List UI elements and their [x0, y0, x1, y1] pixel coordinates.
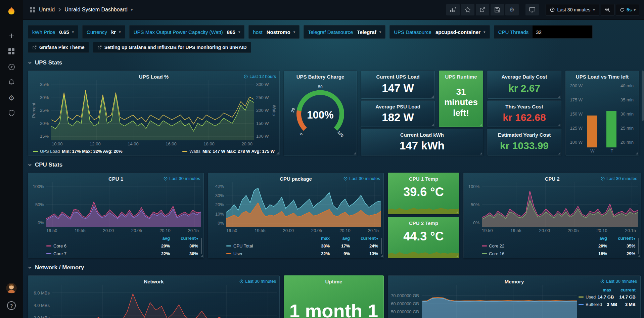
legend-sort-avg[interactable]: avg	[146, 236, 170, 241]
legend-scrollbar[interactable]	[201, 238, 202, 254]
legend-sort-current[interactable]: current	[611, 287, 636, 292]
panel-title[interactable]: UPS Load vs Time left	[576, 74, 629, 80]
series-name[interactable]: Used	[586, 294, 596, 300]
axis-tick: 30%	[215, 193, 224, 198]
refresh-button[interactable]: 5s ▾	[616, 4, 639, 15]
legend-value-current: 35%	[607, 243, 635, 248]
series-name[interactable]: Buffered	[586, 302, 602, 307]
variable-value-dropdown[interactable]: 865	[227, 29, 235, 35]
bars-plot[interactable]	[585, 80, 618, 148]
panel-title[interactable]: Average Daily Cost	[501, 74, 547, 80]
series-name[interactable]: Watts	[189, 149, 200, 154]
variable-value-dropdown[interactable]: Telegraf	[357, 29, 376, 35]
section-header-network-memory[interactable]: Network / Memory	[28, 264, 640, 271]
breadcrumb-folder[interactable]: Unraid	[39, 7, 55, 13]
legend-sort-max[interactable]: max	[310, 236, 330, 241]
series-name[interactable]: Core 22	[489, 243, 583, 248]
legend-sort-current[interactable]: current▾	[170, 236, 198, 241]
sidebar-admin-button[interactable]	[0, 105, 23, 121]
panel-title[interactable]: CPU 2	[545, 176, 559, 182]
network-chart[interactable]	[52, 285, 277, 318]
series-name[interactable]: Core 7	[53, 251, 146, 256]
variable-value-dropdown[interactable]: apcupsd-container	[435, 29, 480, 35]
panel-title[interactable]: This Years Cost	[505, 104, 543, 109]
panel-title[interactable]: CPU 1	[108, 176, 123, 182]
panel-title[interactable]: UPS Load %	[139, 74, 169, 80]
sidebar-explore-button[interactable]	[0, 59, 23, 75]
legend-scrollbar[interactable]	[381, 238, 382, 254]
section-header-cpu[interactable]: CPU Stats	[28, 162, 640, 168]
dashboard-grid-icon[interactable]	[30, 7, 36, 13]
zoom-out-time-button[interactable]	[601, 4, 614, 15]
caret-down-icon[interactable]: ▾	[131, 8, 133, 12]
legend-sort-avg[interactable]: avg	[330, 236, 350, 241]
stat-value: 147 W	[361, 80, 434, 98]
variable-value-dropdown[interactable]: kr	[111, 29, 116, 35]
template-variable-cpu-threads: CPU Threads	[494, 25, 593, 39]
series-name[interactable]: Core 6	[53, 243, 146, 248]
refresh-icon	[619, 7, 625, 12]
axis-tick: 20:00	[283, 228, 294, 234]
panel-title[interactable]: CPU package	[280, 176, 312, 182]
series-name[interactable]: CPU Total	[233, 243, 310, 248]
sidebar-create-button[interactable]	[0, 28, 23, 44]
panel-title[interactable]: Network	[144, 279, 164, 284]
panel-title[interactable]: Average PSU Load	[375, 104, 420, 109]
cpu-package-chart[interactable]	[226, 182, 381, 227]
section-title: UPS Stats	[35, 59, 62, 66]
clock-icon	[343, 177, 348, 181]
legend-sort-avg[interactable]: avg	[583, 236, 607, 241]
sidebar-alerting-button[interactable]	[0, 75, 23, 90]
legend-scrollbar[interactable]	[638, 238, 639, 254]
template-variables-row: kWh Price 0.65 ▾ Currency kr ▾ UPS Max O…	[28, 25, 640, 39]
cycle-view-mode-button[interactable]	[525, 4, 539, 15]
save-button[interactable]	[491, 4, 504, 15]
share-button[interactable]	[476, 4, 489, 15]
add-panel-button[interactable]	[446, 4, 460, 15]
legend-sort-max[interactable]: max	[591, 287, 611, 292]
series-name[interactable]: User	[233, 251, 310, 256]
panel-title[interactable]: UPS Battery Charge	[296, 74, 344, 80]
panel-cpu2-temp: CPU 2 Temp 44.3 °C	[388, 217, 459, 258]
panel-title[interactable]: CPU 2 Temp	[409, 220, 438, 226]
user-avatar[interactable]	[0, 280, 23, 296]
grafana-logo[interactable]	[0, 4, 23, 19]
gear-icon: ⚙	[509, 7, 514, 13]
panel-title[interactable]: Estimated Yearly Cost	[498, 132, 551, 138]
dashboard-settings-button[interactable]: ⚙	[505, 4, 519, 15]
variable-value-dropdown[interactable]: Nostromo	[267, 29, 290, 35]
panel-title[interactable]: Current Load kWh	[400, 132, 444, 138]
star-button[interactable]	[461, 4, 474, 15]
sort-caret-icon: ▾	[634, 237, 635, 240]
cpu2-chart[interactable]	[482, 182, 638, 227]
cpu1-chart[interactable]	[46, 182, 201, 227]
series-name[interactable]: Core 16	[489, 251, 583, 256]
breadcrumb-dashboard-title[interactable]: Unraid System Dashboard	[64, 7, 128, 13]
time-picker-button[interactable]: Last 30 minutes ▾	[546, 4, 599, 15]
dashboard-link[interactable]: Grafana Plex Theme	[28, 42, 89, 53]
legend-sort-current[interactable]: current▾	[350, 236, 378, 241]
sidebar-configuration-button[interactable]: ⚙	[0, 90, 23, 105]
panel-title[interactable]: UPS Runtime	[445, 74, 477, 80]
dashboard-link[interactable]: Setting up Grafana and InfluxDB for UPS …	[93, 42, 251, 53]
scrollbar-thumb[interactable]	[642, 71, 644, 121]
panel-cpu2: CPU 2 Last 30 minutes 100%50%0% 19:5019:…	[463, 173, 641, 258]
panel-title[interactable]: CPU 1 Temp	[409, 176, 438, 182]
memory-chart[interactable]	[422, 285, 577, 318]
legend-sort-current[interactable]: current▾	[607, 236, 635, 241]
sidebar-dashboards-button[interactable]	[0, 44, 23, 59]
panel-title[interactable]: Memory	[505, 279, 524, 284]
axis-tick: 25 min	[620, 126, 634, 131]
panel-title[interactable]: Uptime	[325, 279, 342, 284]
variable-value-dropdown[interactable]: 0.65	[59, 29, 69, 35]
panel-ups-battery-charge: UPS Battery Charge 0 20 50 100 100%	[284, 71, 357, 155]
ups-load-chart[interactable]	[51, 80, 254, 140]
cpu2-temp-sparkline	[388, 247, 459, 258]
help-button[interactable]: ?	[0, 298, 23, 313]
axis-tick: 20:10	[596, 228, 607, 234]
cpu-threads-input[interactable]	[533, 26, 592, 38]
series-name[interactable]: UPS Load	[40, 149, 60, 154]
sort-caret-icon: ▾	[196, 237, 198, 240]
section-header-ups[interactable]: UPS Stats	[28, 59, 640, 66]
panel-title[interactable]: Current UPS Load	[376, 74, 419, 80]
